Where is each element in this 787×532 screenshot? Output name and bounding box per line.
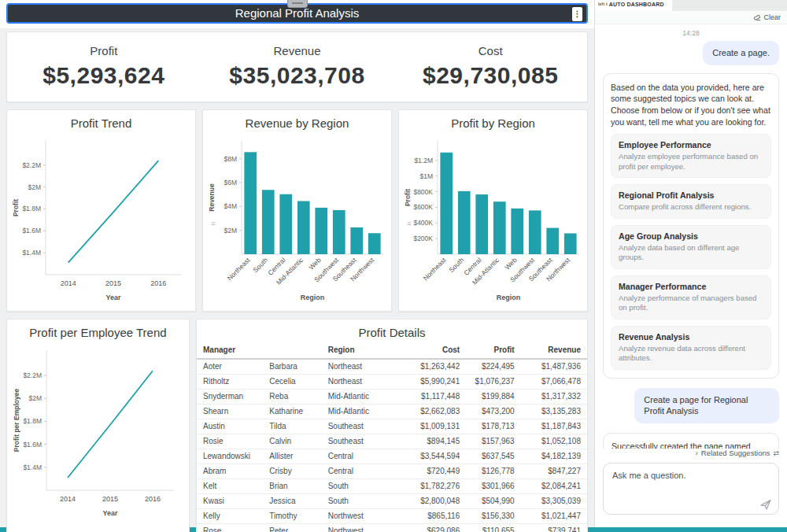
table-cell: $1,187,843	[521, 419, 587, 434]
table-row[interactable]: RitholtzCeceliaNortheast$5,990,241$1,076…	[197, 375, 587, 390]
svg-text:Revenue: Revenue	[208, 183, 216, 212]
kpi-value: $35,023,708	[201, 62, 394, 89]
suggestion-card[interactable]: Revenue AnalysisAnalyze revenue data acr…	[611, 326, 771, 370]
table-row[interactable]: ShearnKatharineMid-Atlantic$2,662,083$47…	[197, 405, 587, 419]
chart-title: Profit by Region	[399, 116, 587, 130]
kpi-revenue[interactable]: Revenue$35,023,708	[201, 32, 394, 102]
report-title-bar[interactable]: Regional Profit Analysis ⋮	[6, 3, 588, 24]
table-header[interactable]: ManagerRegionCostProfitRevenue	[197, 342, 587, 359]
table-cell: $224,495	[466, 359, 520, 375]
table-cell: Timothy	[263, 509, 321, 524]
column-header[interactable]: Cost	[400, 342, 466, 359]
table-row[interactable]: SnydermanRebaMid-Atlantic$1,117,448$199,…	[197, 390, 587, 405]
table-row[interactable]: AustinTildaSoutheast$1,009,131$178,713$1…	[197, 419, 587, 434]
table-cell: South	[322, 494, 400, 509]
column-header[interactable]: Manager	[197, 342, 263, 359]
send-icon[interactable]	[759, 498, 772, 511]
table-cell: $156,330	[466, 509, 520, 524]
table-cell: Rose	[197, 524, 263, 532]
kpi-label: Revenue	[201, 44, 394, 57]
table-row[interactable]: KwasiJessicaSouth$2,800,048$504,990$3,30…	[197, 494, 587, 509]
table-cell: $1,117,448	[400, 390, 466, 405]
table-row[interactable]: LewandowskiAllisterCentral$3,544,594$637…	[197, 449, 587, 464]
table-cell: Tilda	[263, 419, 321, 434]
chat-messages: 14:28 Create a page. Based on the data y…	[595, 24, 787, 449]
revenue-by-region-chart[interactable]: $2M$4M$6M$8MNortheastSouthCentralMid-Atl…	[205, 130, 390, 303]
tab-auto-dashboard[interactable]: left tAUTO DASHBOARD	[595, 0, 672, 11]
svg-text:$1M: $1M	[419, 172, 433, 180]
drag-handle[interactable]	[287, 0, 308, 8]
suggestion-title: Manager Performance	[619, 282, 763, 291]
suggestion-title: Revenue Analysis	[619, 332, 763, 342]
table-cell: Kwasi	[197, 494, 263, 509]
table-cell: $199,884	[466, 390, 520, 405]
svg-text:$1.6M: $1.6M	[23, 441, 42, 449]
table-cell: $1,076,237	[466, 375, 520, 390]
svg-text:Web: Web	[503, 256, 519, 272]
svg-text:2015: 2015	[102, 495, 117, 503]
table-cell: $1,052,108	[521, 434, 587, 449]
suggestion-card[interactable]: Manager PerformanceAnalyze performance o…	[611, 275, 771, 320]
svg-text:Northeast: Northeast	[421, 256, 448, 283]
column-header[interactable]: Region	[322, 342, 400, 359]
suggestion-card[interactable]: Employee PerformanceAnalyze employee per…	[611, 134, 771, 178]
table-title: Profit Details	[197, 326, 587, 339]
svg-text:$400K: $400K	[413, 219, 433, 227]
svg-text:2014: 2014	[60, 279, 76, 287]
ask-question-input[interactable]	[603, 463, 779, 515]
table-cell: $1,021,447	[521, 509, 587, 524]
svg-text:$800K: $800K	[413, 188, 433, 196]
suggestion-title: Employee Performance	[619, 140, 763, 150]
assistant-intro-text: Based on the data you provided, here are…	[611, 82, 771, 127]
suggestion-card[interactable]: Regional Profit AnalysisCompare profit a…	[611, 184, 771, 218]
table-row[interactable]: KellyTimothyNorthwest$865,116$156,330$1,…	[197, 509, 587, 524]
svg-text:Web: Web	[307, 256, 323, 272]
column-header[interactable]: Profit	[466, 342, 520, 359]
table-cell: Mid-Atlantic	[322, 405, 400, 419]
table-cell: Central	[322, 449, 400, 464]
profit-details-card: Profit Details ManagerRegionCostProfitRe…	[196, 319, 588, 532]
table-cell: Northeast	[322, 359, 400, 375]
suggestion-list: Employee PerformanceAnalyze employee per…	[611, 134, 771, 369]
dashboard-body: Profit$5,293,624Revenue$35,023,708Cost$2…	[0, 28, 594, 532]
more-options-button[interactable]: ⋮	[572, 7, 582, 21]
clear-button[interactable]: Clear	[753, 13, 781, 21]
table-row[interactable]: AbramCrisbyCentral$720,449$126,778$847,2…	[197, 464, 587, 479]
svg-text:$2M: $2M	[224, 227, 237, 235]
svg-text:2015: 2015	[105, 279, 120, 287]
table-cell: Northeast	[322, 375, 400, 390]
svg-text:$1.4M: $1.4M	[22, 249, 41, 257]
suggestion-desc: Analyze performance of managers based on…	[619, 294, 763, 313]
svg-text:2014: 2014	[59, 495, 75, 503]
svg-text:Region: Region	[496, 294, 520, 301]
table-row[interactable]: AoterBarbaraNortheast$1,263,442$224,495$…	[197, 359, 587, 375]
svg-text:Year: Year	[105, 294, 121, 301]
related-suggestions-toggle[interactable]: › Related Suggestions ⇄	[603, 449, 779, 457]
profit-by-region-chart[interactable]: $200K$400K$600K$800K$1M$1.2MNortheastSou…	[401, 130, 586, 303]
column-header[interactable]: Revenue	[521, 342, 587, 359]
kpi-cost[interactable]: Cost$29,730,085	[394, 32, 587, 102]
table-cell: Mid-Atlantic	[322, 390, 400, 405]
column-header[interactable]	[263, 342, 321, 359]
profit-per-employee-card: Profit per Employee Trend $1.4M$1.6M$1.8…	[6, 319, 190, 532]
table-cell: $865,116	[400, 509, 466, 524]
table-row[interactable]: KeltBrianSouth$1,782,276$301,966$2,084,2…	[197, 479, 587, 494]
user-message: Create a page.	[703, 41, 779, 65]
table-cell: $2,084,241	[521, 479, 587, 494]
svg-text:Profit: Profit	[404, 189, 412, 206]
table-cell: Lewandowski	[197, 449, 263, 464]
chart-title: Profit per Employee Trend	[7, 326, 189, 339]
profit-trend-chart[interactable]: $1.4M$1.6M$1.8M$2M$2.2M201420152016Profi…	[9, 130, 194, 303]
suggestion-card[interactable]: Age Group AnalysisAnalyze data based on …	[611, 225, 771, 269]
table-row[interactable]: RosePeterNorthwest$629,086$110,655$739,7…	[197, 524, 587, 532]
kpi-label: Cost	[394, 44, 587, 57]
svg-text:$2M: $2M	[28, 394, 42, 402]
kpi-profit[interactable]: Profit$5,293,624	[7, 32, 201, 102]
table-row[interactable]: RosieCalvinSoutheast$894,145$157,963$1,0…	[197, 434, 587, 449]
svg-text:≡: ≡	[407, 220, 411, 227]
profit-per-employee-chart[interactable]: $1.4M$1.6M$1.8M$2M$2.2M201420152016Profi…	[10, 339, 187, 519]
table-cell: $178,713	[466, 419, 520, 434]
suggestion-desc: Analyze data based on different age grou…	[619, 243, 763, 263]
dashboard-canvas: Regional Profit Analysis ⋮ Profit$5,293,…	[0, 0, 594, 527]
table-cell: Snyderman	[197, 390, 263, 405]
